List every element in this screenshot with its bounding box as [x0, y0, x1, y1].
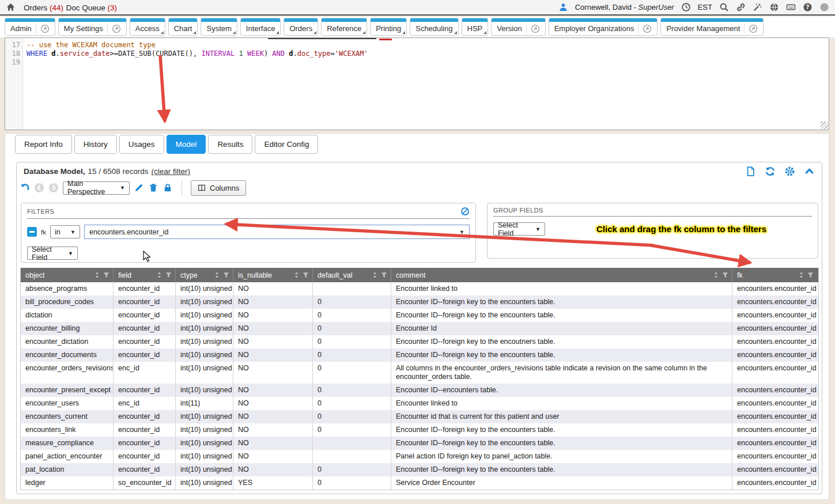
- editor-resize-handle[interactable]: [821, 122, 828, 129]
- cell-field: encounter_id: [113, 437, 175, 450]
- nav-tab-interface[interactable]: Interface: [240, 18, 281, 36]
- table-row[interactable]: encounter_usersenc_idint(11)NO0Encounter…: [21, 397, 818, 410]
- link-icon[interactable]: [736, 2, 746, 12]
- tab-report-info[interactable]: Report Info: [15, 135, 72, 154]
- column-header-default_val[interactable]: default_val: [312, 268, 391, 282]
- filter-select-field[interactable]: Select Field▼: [27, 247, 78, 260]
- cell-object: ledger: [21, 476, 113, 490]
- tab-results[interactable]: Results: [208, 135, 252, 154]
- nav-tab-hsp[interactable]: HSP: [462, 18, 489, 36]
- filter-funnel-icon[interactable]: [302, 271, 309, 279]
- nav-tab-access[interactable]: Access: [130, 18, 165, 36]
- table-row[interactable]: encounters_currentencounter_idint(10) un…: [21, 410, 818, 423]
- filter-funnel-icon[interactable]: [380, 271, 388, 279]
- columns-button[interactable]: Columns: [191, 180, 246, 196]
- external-link-icon[interactable]: [749, 24, 758, 33]
- cell-fk: encounters.encounter_id: [732, 309, 817, 322]
- column-header-comment[interactable]: comment: [391, 268, 732, 282]
- filter-funnel-icon[interactable]: [222, 271, 230, 279]
- external-link-icon[interactable]: [531, 24, 540, 33]
- sort-icon[interactable]: [371, 271, 379, 279]
- table-row[interactable]: dictationencounter_idint(10) unsignedNO0…: [21, 309, 818, 322]
- table-row[interactable]: encounter_billingencounter_idint(10) uns…: [21, 322, 818, 335]
- remove-filter-button[interactable]: [27, 227, 37, 237]
- table-row[interactable]: measure_complianceencounter_idint(10) un…: [21, 437, 818, 450]
- tab-model[interactable]: Model: [167, 135, 206, 154]
- cell-fk: encounters.encounter_id: [732, 384, 817, 397]
- tab-usages[interactable]: Usages: [119, 135, 164, 154]
- external-link-icon[interactable]: [112, 24, 121, 33]
- sort-icon[interactable]: [798, 271, 805, 279]
- column-header-field[interactable]: field: [113, 268, 175, 282]
- tab-editor-config[interactable]: Editor Config: [255, 135, 318, 154]
- table-row[interactable]: ledgerso_encounter_idint(10) unsignedYES…: [21, 476, 818, 490]
- home-icon[interactable]: [6, 2, 16, 12]
- nav-tab-orders[interactable]: Orders: [284, 18, 318, 36]
- nav-forward-icon[interactable]: [48, 183, 59, 193]
- group-select-field[interactable]: Select Field▼: [493, 222, 545, 236]
- clear-filter-link[interactable]: (clear filter): [152, 167, 191, 176]
- table-row[interactable]: encounter_dictationencounter_idint(10) u…: [21, 335, 818, 348]
- delete-perspective-icon[interactable]: [148, 183, 158, 193]
- table-row[interactable]: bill_procedure_codesencounter_idint(10) …: [21, 295, 818, 309]
- nav-tab-scheduling[interactable]: Scheduling: [410, 18, 458, 36]
- nav-tab-label: Scheduling: [415, 24, 452, 33]
- nav-back-icon[interactable]: [34, 183, 44, 193]
- sql-editor[interactable]: 171819 -- use the WCEXAM document typeWH…: [5, 37, 829, 130]
- nav-tab-chart[interactable]: Chart: [168, 18, 198, 36]
- gear-icon[interactable]: [784, 166, 795, 177]
- table-row[interactable]: encounter_present_exceptencounter_idint(…: [21, 384, 818, 397]
- sort-icon[interactable]: [293, 271, 300, 279]
- search-icon[interactable]: [719, 2, 729, 12]
- perspective-select[interactable]: Main Perspective▼: [63, 181, 130, 195]
- table-row[interactable]: panel_action_encounterencounter_idint(10…: [21, 450, 818, 463]
- filter-funnel-icon[interactable]: [103, 271, 110, 279]
- breadcrumb-item[interactable]: Orders (44): [24, 3, 63, 12]
- column-header-is_nullable[interactable]: is_nullable: [233, 268, 312, 282]
- help-icon[interactable]: ?: [803, 2, 813, 12]
- table-row[interactable]: encounters_linkencounter_idint(10) unsig…: [21, 423, 818, 437]
- breadcrumb-item[interactable]: Doc Queue (3): [66, 3, 117, 12]
- nav-tab-admin[interactable]: Admin: [5, 18, 55, 36]
- column-header-object[interactable]: object: [21, 268, 113, 282]
- nav-tab-my-settings[interactable]: My Settings: [58, 18, 127, 36]
- filter-operator-select[interactable]: in▼: [50, 225, 80, 238]
- undo-icon[interactable]: [20, 183, 30, 193]
- filter-funnel-icon[interactable]: [721, 271, 729, 279]
- column-header-fk[interactable]: fk: [732, 268, 817, 282]
- sort-icon[interactable]: [213, 271, 221, 279]
- nav-tab-version[interactable]: Version: [491, 18, 545, 36]
- filter-funnel-icon[interactable]: [807, 271, 814, 279]
- filter-funnel-icon[interactable]: [165, 271, 172, 279]
- filter-value-combobox[interactable]: encounters.encounter_id▼: [84, 225, 470, 239]
- column-header-ctype[interactable]: ctype: [175, 268, 233, 282]
- nav-tab-divider: [526, 24, 527, 34]
- editor-code[interactable]: -- use the WCEXAM document typeWHERE d.s…: [23, 38, 829, 130]
- edit-perspective-icon[interactable]: [134, 183, 144, 193]
- nav-tab-printing[interactable]: Printing: [370, 18, 407, 36]
- refresh-icon[interactable]: [765, 166, 776, 177]
- nav-tab-reference[interactable]: Reference: [321, 18, 367, 36]
- nav-tab-employer-organizations[interactable]: Employer Organizations: [549, 18, 658, 36]
- keyboard-icon[interactable]: [786, 2, 796, 12]
- globe-icon[interactable]: [769, 2, 779, 12]
- nav-tab-system[interactable]: System: [201, 18, 237, 36]
- cell-fk: encounters.encounter_id: [732, 335, 817, 348]
- nav-tab-provider-management[interactable]: Provider Management: [660, 18, 764, 36]
- wand-icon[interactable]: [753, 2, 762, 12]
- sort-icon[interactable]: [93, 271, 101, 279]
- sort-icon[interactable]: [156, 271, 163, 279]
- lock-perspective-icon[interactable]: [163, 183, 173, 193]
- clear-filters-icon[interactable]: [460, 207, 470, 216]
- table-row[interactable]: absence_programsencounter_idint(10) unsi…: [21, 282, 818, 295]
- new-document-icon[interactable]: [745, 166, 756, 177]
- app-screen: Orders (44) Doc Queue (3) Cornewell, Dav…: [0, 0, 835, 504]
- table-row[interactable]: encounter_documentsencounter_idint(10) u…: [21, 348, 818, 362]
- table-row[interactable]: encounter_orders_revisionsenc_idint(10) …: [21, 362, 818, 384]
- external-link-icon[interactable]: [643, 24, 652, 33]
- sort-icon[interactable]: [712, 271, 720, 279]
- table-row[interactable]: pat_locationencounter_idint(10) unsigned…: [21, 463, 818, 476]
- external-link-icon[interactable]: [40, 24, 50, 33]
- tab-history[interactable]: History: [74, 135, 117, 154]
- collapse-icon[interactable]: [804, 166, 815, 177]
